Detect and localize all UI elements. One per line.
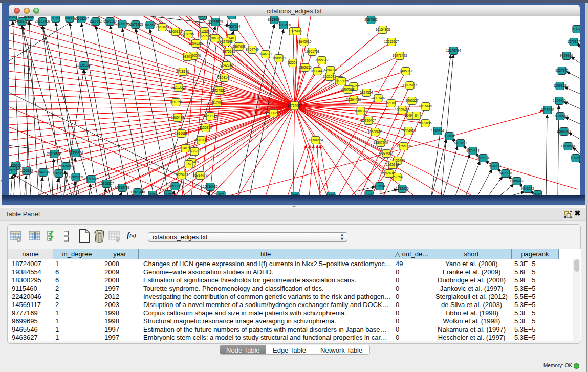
svg-text:16648784: 16648784 [446,49,461,52]
svg-text:10973493: 10973493 [393,54,407,57]
svg-text:2718176: 2718176 [176,70,189,73]
svg-text:0699695: 0699695 [419,121,432,125]
svg-text:8471676: 8471676 [499,171,512,175]
svg-text:10958107: 10958107 [99,182,114,185]
svg-text:16154808: 16154808 [376,28,390,31]
svg-text:19384554: 19384554 [309,138,323,142]
svg-text:16543382: 16543382 [189,41,204,45]
svg-text:1498222: 1498222 [188,149,201,153]
svg-text:81700: 81700 [212,101,222,104]
svg-text:123: 123 [293,194,298,195]
svg-text:14136141: 14136141 [373,184,387,188]
svg-text:1640954: 1640954 [431,129,444,133]
svg-text:157: 157 [186,162,192,166]
svg-text:125419: 125419 [291,29,302,33]
svg-text:3875685: 3875685 [222,50,235,53]
svg-text:9227342: 9227342 [555,69,569,72]
svg-text:10807487: 10807487 [371,96,386,100]
svg-text:1621072: 1621072 [323,75,336,78]
svg-text:82203: 82203 [288,61,297,64]
svg-text:8678332: 8678332 [194,138,208,142]
svg-text:1588520: 1588520 [272,56,286,60]
svg-text:16914479: 16914479 [193,173,208,177]
svg-text:8990448: 8990448 [311,69,324,73]
svg-text:16033: 16033 [198,16,207,17]
svg-text:7986372: 7986372 [354,109,367,113]
svg-text:2105334: 2105334 [77,63,91,67]
svg-text:10025438: 10025438 [395,108,410,112]
svg-text:9242848: 9242848 [220,63,233,67]
svg-text:7485063: 7485063 [399,69,412,73]
svg-text:1209358: 1209358 [553,84,567,87]
svg-text:8215958: 8215958 [541,108,554,112]
svg-text:15720407: 15720407 [361,119,376,122]
svg-text:11957: 11957 [51,16,60,20]
svg-text:7625402: 7625402 [175,173,188,177]
svg-text:19654923: 19654923 [401,129,416,133]
svg-text:1135359: 1135359 [200,126,212,129]
svg-text:9463627: 9463627 [405,99,419,102]
svg-text:20691406: 20691406 [35,19,50,23]
svg-text:18724007: 18724007 [287,104,302,107]
svg-text:98901: 98901 [183,55,192,58]
svg-text:9245: 9245 [534,192,542,195]
svg-text:30975867: 30975867 [59,164,74,168]
svg-text:252254: 252254 [391,175,403,179]
svg-text:20206576: 20206576 [47,152,62,156]
svg-text:891295: 891295 [183,32,194,36]
svg-text:16782759: 16782759 [115,186,130,189]
svg-text:7955812: 7955812 [315,58,329,62]
svg-text:751552: 751552 [144,23,156,27]
svg-text:1145194: 1145194 [53,171,66,175]
svg-text:8427552: 8427552 [212,89,226,92]
svg-text:2087682: 2087682 [364,18,378,21]
svg-text:2935114: 2935114 [477,156,490,160]
svg-text:10654112: 10654112 [510,179,525,183]
svg-text:11124: 11124 [572,27,580,31]
svg-text:1244415: 1244415 [553,99,566,102]
svg-text:17016504: 17016504 [561,144,576,148]
svg-text:9474444: 9474444 [466,149,480,152]
svg-text:803557: 803557 [24,16,35,18]
svg-text:16033809: 16033809 [208,20,223,24]
svg-text:88413: 88413 [65,16,74,20]
svg-text:6794028: 6794028 [324,68,337,72]
svg-text:8186328: 8186328 [208,36,222,40]
svg-text:18640910: 18640910 [297,40,312,43]
svg-text:1965493: 1965493 [171,116,184,119]
svg-text:8813: 8813 [228,16,236,17]
svg-text:x: x [117,238,119,242]
svg-text:12905135: 12905135 [69,175,83,179]
svg-text:2867608: 2867608 [232,45,246,48]
svg-text:12942737: 12942737 [36,170,51,174]
svg-text:893892: 893892 [444,134,455,138]
svg-text:9515440: 9515440 [419,104,432,108]
svg-text:16671355: 16671355 [128,23,143,26]
svg-text:9146821: 9146821 [259,52,272,56]
svg-text:116753: 116753 [570,156,580,160]
svg-text:1362615: 1362615 [298,65,312,69]
svg-text:2803144: 2803144 [217,76,231,79]
svg-text:8267130: 8267130 [204,114,217,118]
svg-text:84: 84 [415,114,419,117]
svg-text:7632621: 7632621 [488,164,502,168]
svg-text:173: 173 [366,192,372,195]
svg-text:18807249: 18807249 [374,141,388,144]
svg-text:62160: 62160 [386,101,396,105]
svg-text:17359924: 17359924 [69,151,83,155]
svg-text:9329966: 9329966 [560,54,573,57]
svg-text:3824554: 3824554 [360,91,373,94]
svg-text:15300275: 15300275 [266,111,281,115]
svg-text:9777169: 9777169 [335,79,349,83]
svg-text:10719155: 10719155 [115,22,130,26]
svg-text:1916682: 1916682 [175,132,188,135]
svg-text:12975115: 12975115 [403,83,418,87]
svg-text:1640557: 1640557 [9,16,19,18]
svg-text:7663822: 7663822 [156,25,169,29]
svg-text:123: 123 [329,194,334,195]
svg-text:15692971: 15692971 [557,129,572,133]
svg-text:1156829: 1156829 [20,169,33,172]
svg-text:12923448: 12923448 [130,190,145,194]
svg-text:1575107: 1575107 [567,40,580,43]
svg-text:9084067: 9084067 [380,151,393,155]
